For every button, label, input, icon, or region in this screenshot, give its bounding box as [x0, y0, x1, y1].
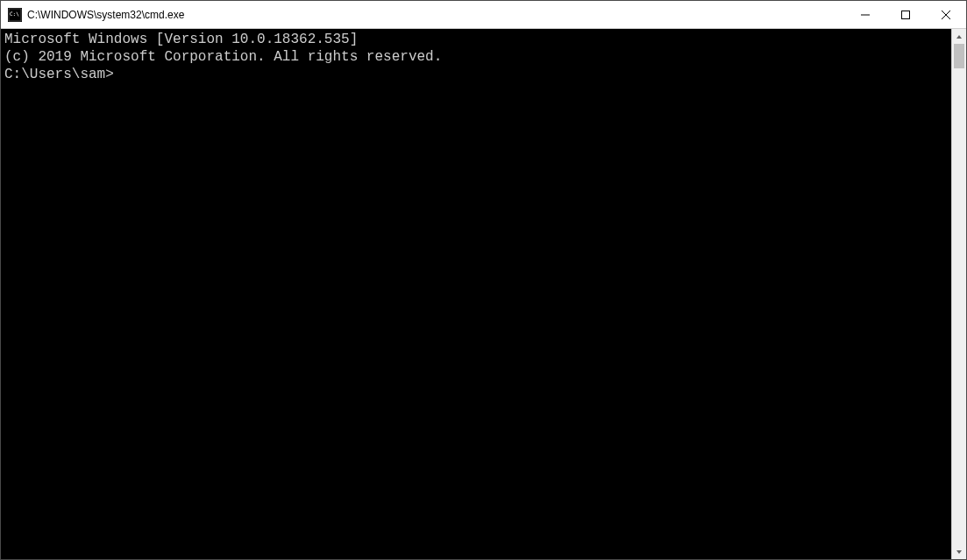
minimize-button[interactable]: [845, 1, 885, 28]
svg-marker-7: [956, 35, 962, 39]
window-controls: [845, 1, 966, 28]
svg-text:C:\: C:\: [10, 11, 19, 17]
terminal-line: Microsoft Windows [Version 10.0.18362.53…: [4, 31, 948, 48]
window-title: C:\WINDOWS\system32\cmd.exe: [27, 9, 845, 21]
scrollbar-thumb[interactable]: [954, 44, 964, 68]
cmd-window: C:\ C:\WINDOWS\system32\cmd.exe: [0, 0, 967, 560]
close-button[interactable]: [926, 1, 966, 28]
scrollbar-track[interactable]: [952, 44, 966, 544]
scrollbar-up-button[interactable]: [952, 29, 966, 44]
maximize-button[interactable]: [885, 1, 926, 28]
terminal-line: (c) 2019 Microsoft Corporation. All righ…: [4, 48, 948, 66]
vertical-scrollbar[interactable]: [951, 29, 966, 559]
terminal-prompt: C:\Users\sam>: [4, 66, 114, 83]
titlebar[interactable]: C:\ C:\WINDOWS\system32\cmd.exe: [1, 1, 966, 29]
cmd-icon: C:\: [8, 8, 22, 22]
terminal-content[interactable]: Microsoft Windows [Version 10.0.18362.53…: [1, 29, 951, 559]
svg-marker-8: [956, 550, 962, 554]
terminal-cursor: [114, 66, 122, 82]
scrollbar-down-button[interactable]: [952, 544, 966, 559]
terminal-prompt-line: C:\Users\sam>: [4, 66, 948, 83]
terminal-area: Microsoft Windows [Version 10.0.18362.53…: [1, 29, 966, 559]
svg-rect-4: [902, 11, 910, 18]
